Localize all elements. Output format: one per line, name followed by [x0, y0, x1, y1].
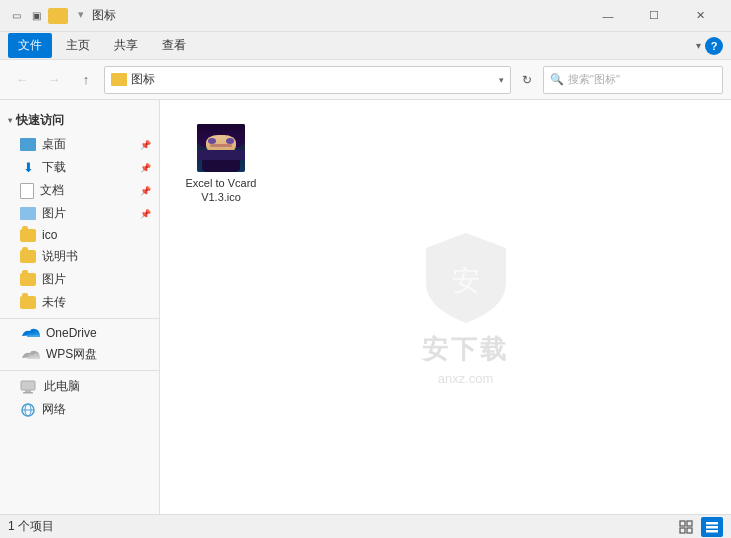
sidebar-pictures-label: 图片: [42, 205, 66, 222]
desktop-pin-icon: 📌: [140, 140, 151, 150]
sidebar-documents-label: 文档: [40, 182, 64, 199]
sidebar-pc-label: 此电脑: [44, 378, 80, 395]
svg-rect-2: [23, 392, 33, 394]
sidebar-item-desktop[interactable]: 桌面 📌: [0, 133, 159, 156]
menu-share[interactable]: 共享: [104, 33, 148, 58]
download-icon: ⬇: [20, 161, 36, 174]
unsent-folder-icon: [20, 296, 36, 309]
sidebar-item-ico[interactable]: ico: [0, 225, 159, 245]
titlebar-controls: — ☐ ✕: [585, 0, 723, 32]
network-icon: [20, 403, 36, 417]
titlebar-icons: ▭ ▣ ▾: [8, 8, 84, 24]
sidebar-item-network[interactable]: 网络: [0, 398, 159, 421]
help-icon[interactable]: ?: [705, 37, 723, 55]
onedrive-icon: [20, 326, 40, 340]
forward-button[interactable]: →: [40, 66, 68, 94]
pc-icon: [20, 380, 38, 394]
titlebar-folder-icon: [48, 8, 68, 24]
file-item-excel-vcard[interactable]: Excel to Vcard V1.3.ico: [176, 116, 266, 213]
instructions-folder-icon: [20, 250, 36, 263]
refresh-button[interactable]: ↻: [515, 68, 539, 92]
sidebar-onedrive-label: OneDrive: [46, 326, 97, 340]
address-dropdown-icon[interactable]: ▾: [499, 75, 504, 85]
sidebar-item-pc[interactable]: 此电脑: [0, 375, 159, 398]
sidebar-unsent-label: 未传: [42, 294, 66, 311]
watermark-url: anxz.com: [438, 371, 494, 386]
window-title: 图标: [92, 7, 585, 24]
svg-rect-7: [680, 521, 685, 526]
menu-view[interactable]: 查看: [152, 33, 196, 58]
sidebar-images-label: 图片: [42, 271, 66, 288]
sidebar-ico-label: ico: [42, 228, 57, 242]
svg-rect-8: [687, 521, 692, 526]
address-folder-icon: [111, 73, 127, 86]
main-layout: ▾ 快速访问 桌面 📌 ⬇ 下载 📌 文档 📌 图片 📌: [0, 100, 731, 514]
watermark-shield-icon: 安: [416, 228, 516, 328]
menu-home[interactable]: 主页: [56, 33, 100, 58]
menubar: 文件 主页 共享 查看 ▾ ?: [0, 32, 731, 60]
pictures-pin-icon: 📌: [140, 209, 151, 219]
svg-rect-1: [25, 390, 31, 392]
svg-rect-13: [706, 530, 718, 533]
sidebar-item-unsent[interactable]: 未传: [0, 291, 159, 314]
back-button[interactable]: ←: [8, 66, 36, 94]
sidebar-item-downloads[interactable]: ⬇ 下载 📌: [0, 156, 159, 179]
sidebar-item-instructions[interactable]: 说明书: [0, 245, 159, 268]
svg-text:安: 安: [452, 265, 480, 296]
address-bar[interactable]: 图标 ▾: [104, 66, 511, 94]
watermark-text: 安下载: [422, 332, 509, 367]
menu-file[interactable]: 文件: [8, 33, 52, 58]
downloads-pin-icon: 📌: [140, 163, 151, 173]
quick-access-label: 快速访问: [16, 112, 64, 129]
minimize-button[interactable]: —: [585, 0, 631, 32]
statusbar: 1 个项目: [0, 514, 731, 538]
wps-icon: [20, 348, 40, 362]
up-button[interactable]: ↑: [72, 66, 100, 94]
sidebar-instructions-label: 说明书: [42, 248, 78, 265]
system-icon-1: ▭: [8, 8, 24, 24]
sidebar-divider-1: [0, 318, 159, 319]
sidebar-item-wps[interactable]: WPS网盘: [0, 343, 159, 366]
titlebar-arrow: ▾: [78, 8, 84, 24]
documents-pin-icon: 📌: [140, 186, 151, 196]
view-controls: [675, 517, 723, 537]
sidebar-desktop-label: 桌面: [42, 136, 66, 153]
sidebar-divider-2: [0, 370, 159, 371]
sidebar-quick-access-header[interactable]: ▾ 快速访问: [0, 108, 159, 133]
search-bar[interactable]: 🔍 搜索"图标": [543, 66, 723, 94]
sidebar-downloads-label: 下载: [42, 159, 66, 176]
close-button[interactable]: ✕: [677, 0, 723, 32]
desktop-icon: [20, 138, 36, 151]
list-view-button[interactable]: [701, 517, 723, 537]
anime-face-art: [197, 124, 245, 172]
content-area[interactable]: 安 安下载 anxz.com Excel to Vcard V1.3.ico: [160, 100, 731, 514]
ico-folder-icon: [20, 229, 36, 242]
svg-rect-12: [706, 526, 718, 529]
images-folder-icon: [20, 273, 36, 286]
sidebar-item-documents[interactable]: 文档 📌: [0, 179, 159, 202]
search-placeholder: 搜索"图标": [568, 72, 620, 87]
sidebar-wps-label: WPS网盘: [46, 346, 97, 363]
svg-rect-0: [21, 381, 35, 390]
file-name: Excel to Vcard V1.3.ico: [180, 176, 262, 205]
titlebar: ▭ ▣ ▾ 图标 — ☐ ✕: [0, 0, 731, 32]
sidebar-item-pictures[interactable]: 图片 📌: [0, 202, 159, 225]
sidebar: ▾ 快速访问 桌面 📌 ⬇ 下载 📌 文档 📌 图片 📌: [0, 100, 160, 514]
sidebar-item-onedrive[interactable]: OneDrive: [0, 323, 159, 343]
sidebar-item-images-folder[interactable]: 图片: [0, 268, 159, 291]
quick-access-chevron: ▾: [8, 116, 12, 125]
system-icon-2: ▣: [28, 8, 44, 24]
grid-view-button[interactable]: [675, 517, 697, 537]
file-thumbnail: [197, 124, 245, 172]
item-count: 1 个项目: [8, 518, 54, 535]
maximize-button[interactable]: ☐: [631, 0, 677, 32]
menubar-collapse-arrow[interactable]: ▾: [696, 40, 701, 51]
pictures-icon: [20, 207, 36, 220]
sidebar-network-label: 网络: [42, 401, 66, 418]
toolbar: ← → ↑ 图标 ▾ ↻ 🔍 搜索"图标": [0, 60, 731, 100]
watermark: 安 安下载 anxz.com: [416, 228, 516, 386]
search-icon: 🔍: [550, 73, 564, 86]
address-path: 图标: [131, 71, 495, 88]
svg-rect-10: [687, 528, 692, 533]
svg-rect-11: [706, 522, 718, 525]
